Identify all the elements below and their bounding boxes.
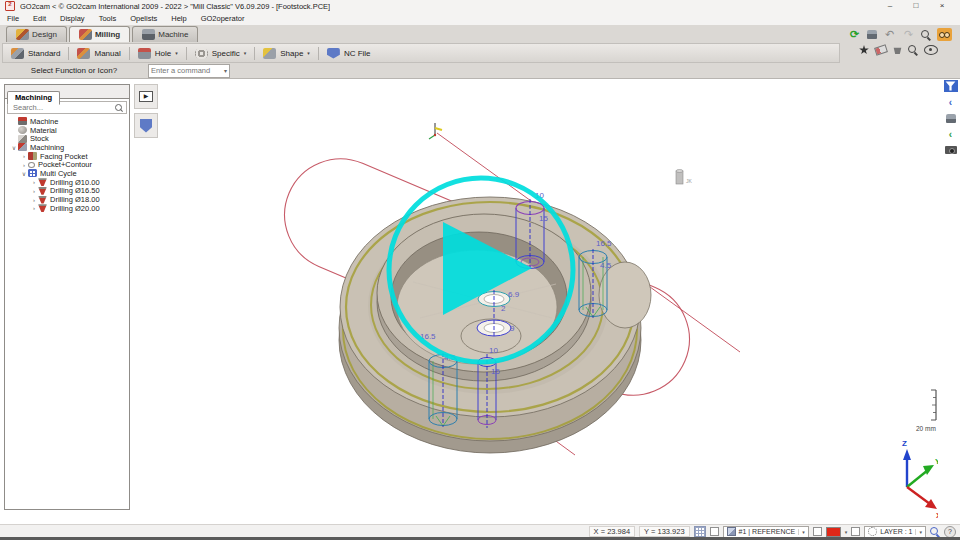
specific-button[interactable]: Specific ▾ <box>187 45 255 61</box>
command-input[interactable] <box>149 66 224 75</box>
hole-label: Hole <box>155 49 171 58</box>
filter-icon[interactable] <box>944 80 958 92</box>
milling-toolbar: Standard Manual Hole ▾ Specific ▾ <box>2 43 840 63</box>
zoom-status-icon[interactable] <box>930 527 940 537</box>
hand-tool-icon[interactable] <box>946 114 956 123</box>
redo-icon[interactable]: ↷ <box>902 28 915 41</box>
collapse-blue-icon[interactable]: ‹ <box>943 96 958 108</box>
expand-arrow[interactable]: ∨ <box>20 170 28 177</box>
menu-display[interactable]: Display <box>59 14 86 23</box>
eraser-icon[interactable] <box>874 44 888 55</box>
tool-label: JK <box>686 178 693 184</box>
shape-icon <box>263 48 276 59</box>
tree-item-drilling-10[interactable]: ›Drilling Ø10.00 <box>5 178 129 187</box>
tree-item-pocket-contour[interactable]: ›Pocket+Contour <box>5 160 129 169</box>
nc-file-button[interactable]: NC File <box>319 45 379 61</box>
tab-machine[interactable]: Machine <box>132 26 198 42</box>
zoom-window-icon[interactable] <box>908 45 918 55</box>
tree-item-facing-pocket[interactable]: ›Facing Pocket <box>5 152 129 161</box>
command-combobox[interactable]: ▾ <box>148 64 230 78</box>
menu-tools[interactable]: Tools <box>98 14 118 23</box>
viewport-3d[interactable]: 10 15 16.5 4.5 6.9 2 9 <box>128 78 938 525</box>
reference-dropdown-arrow[interactable]: ▾ <box>798 529 805 535</box>
visibility-icon[interactable] <box>924 45 938 55</box>
expand-arrow[interactable]: › <box>20 162 28 168</box>
expand-arrow[interactable]: › <box>20 153 28 159</box>
maximize-button[interactable]: □ <box>903 0 929 12</box>
search-icon <box>115 104 123 112</box>
expand-arrow[interactable]: › <box>30 197 38 203</box>
cursor-y-readout: Y = 133.923 <box>639 526 690 537</box>
tree-item-stock[interactable]: Stock <box>5 134 129 143</box>
collapse-green-icon[interactable]: ‹ <box>943 128 958 140</box>
tree-item-material[interactable]: Material <box>5 126 129 135</box>
go2cam-window: 2 GO2cam < © GO2cam International 2009 -… <box>0 0 960 540</box>
shape-dropdown-arrow[interactable]: ▾ <box>307 50 310 56</box>
dim-label: 2 <box>501 304 506 313</box>
specific-dropdown-arrow[interactable]: ▾ <box>244 50 247 56</box>
reference-dropdown[interactable]: #1 | REFERENCE ▾ <box>723 526 809 538</box>
refresh-icon[interactable]: ⟳ <box>848 28 861 41</box>
machining-tree: Machine Material Stock ∨Machining ›Facin… <box>5 117 129 213</box>
shape-button[interactable]: Shape ▾ <box>255 45 318 61</box>
hole-dropdown-arrow[interactable]: ▾ <box>175 50 178 56</box>
milling-tab-icon <box>79 29 92 40</box>
drilling-icon <box>38 187 47 195</box>
expand-arrow[interactable]: › <box>30 179 38 185</box>
standard-button[interactable]: Standard <box>3 45 68 61</box>
hole-button[interactable]: Hole ▾ <box>130 45 186 61</box>
layer-dropdown-arrow[interactable]: ▾ <box>915 529 922 535</box>
tree-label: Facing Pocket <box>40 152 88 161</box>
paint-bucket-icon[interactable] <box>893 46 902 54</box>
tree-item-machine[interactable]: Machine <box>5 117 129 126</box>
expand-arrow[interactable]: ∨ <box>10 144 18 151</box>
hide-elements-icon[interactable] <box>859 45 869 55</box>
expand-arrow[interactable]: › <box>30 205 38 211</box>
machining-panel: Machining Machine Material Stock ∨Machin… <box>4 84 130 510</box>
menu-opelists[interactable]: Opelists <box>129 14 158 23</box>
close-button[interactable]: × <box>929 0 955 12</box>
grid-checkbox[interactable] <box>710 527 719 536</box>
hole-icon <box>138 48 151 59</box>
layer-dropdown[interactable]: LAYER : 1 ▾ <box>864 526 926 538</box>
command-dropdown-arrow[interactable]: ▾ <box>224 67 229 74</box>
menu-go2operator[interactable]: GO2operator <box>200 14 246 23</box>
color-swatch[interactable] <box>826 527 841 537</box>
tree-item-drilling-18[interactable]: ›Drilling Ø18.00 <box>5 195 129 204</box>
menu-help[interactable]: Help <box>170 14 187 23</box>
axis-x-label: X <box>936 511 938 520</box>
stock-icon <box>18 135 27 143</box>
color-checkbox[interactable] <box>813 527 822 536</box>
help-button[interactable]: ? <box>944 526 956 538</box>
tree-item-multi-cycle[interactable]: ∨Multi Cycle <box>5 169 129 178</box>
menu-bar: File Edit Display Tools Opelists Help GO… <box>0 12 960 26</box>
go2-glasses-icon[interactable] <box>937 28 952 41</box>
multi-cycle-icon <box>28 169 37 177</box>
menu-edit[interactable]: Edit <box>32 14 47 23</box>
tree-item-machining[interactable]: ∨Machining <box>5 143 129 152</box>
camera-icon[interactable] <box>945 146 957 154</box>
zoom-icon[interactable] <box>921 30 931 40</box>
cursor-x-readout: X = 23.984 <box>589 526 636 537</box>
tab-design[interactable]: Design <box>6 26 67 42</box>
drilling-icon <box>38 204 47 212</box>
expand-arrow[interactable]: › <box>30 188 38 194</box>
tab-milling[interactable]: Milling <box>69 26 130 42</box>
scale-label: 20 mm <box>916 425 936 432</box>
tree-label: Machine <box>30 117 58 126</box>
minimize-button[interactable]: – <box>877 0 903 12</box>
origin-marker <box>429 123 442 139</box>
layer-checkbox[interactable] <box>851 527 860 536</box>
layer-value: LAYER : 1 <box>880 528 912 535</box>
pointer-tool-icon[interactable] <box>867 30 877 39</box>
machining-icon <box>18 143 27 151</box>
color-dropdown-arrow[interactable]: ▾ <box>845 529 848 535</box>
tree-item-drilling-16-5[interactable]: ›Drilling Ø16.50 <box>5 187 129 196</box>
tree-label: Drilling Ø18.00 <box>50 195 100 204</box>
undo-icon[interactable]: ↶ <box>883 28 896 41</box>
tree-item-drilling-20[interactable]: ›Drilling Ø20.00 <box>5 204 129 213</box>
tab-machining-panel[interactable]: Machining <box>7 91 60 105</box>
grid-icon[interactable] <box>694 526 706 537</box>
menu-file[interactable]: File <box>6 14 20 23</box>
manual-button[interactable]: Manual <box>69 45 128 61</box>
